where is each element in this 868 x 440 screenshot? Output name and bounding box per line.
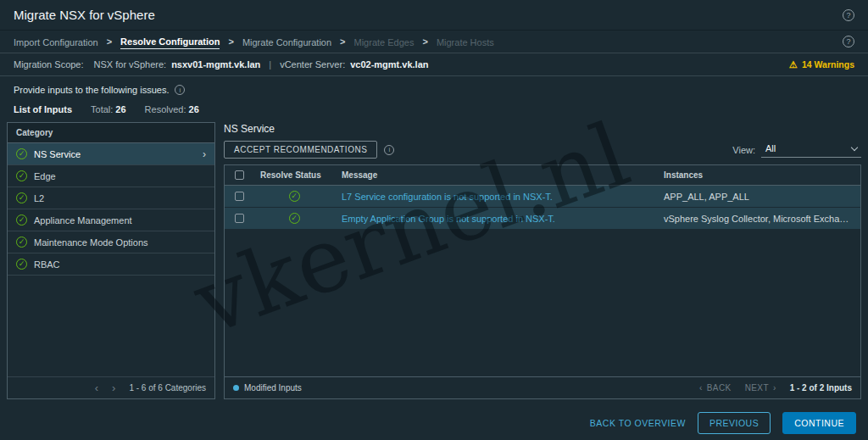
resolved-check-icon: ✓ (289, 191, 300, 202)
migrate-nsx-app: Migrate NSX for vSphere ? Import Configu… (0, 0, 868, 440)
category-row-edge[interactable]: ✓ Edge (8, 165, 214, 187)
pager-next-button[interactable]: NEXT › (745, 383, 776, 393)
row-checkbox[interactable] (235, 214, 244, 223)
issue-message-link[interactable]: Empty Application Group is not supported… (335, 214, 657, 224)
step-separator-icon: > (228, 36, 233, 47)
category-label: RBAC (34, 259, 60, 270)
column-message: Message (335, 170, 657, 180)
vcenter-label: vCenter Server: (280, 59, 345, 70)
row-checkbox[interactable] (235, 192, 244, 201)
category-row-ns-service[interactable]: ✓ NS Service › (8, 143, 214, 165)
continue-button[interactable]: CONTINUE (782, 412, 856, 434)
info-glyph: i (388, 146, 390, 153)
warning-icon: ⚠ (789, 59, 798, 70)
detail-title: NS Service (224, 123, 861, 135)
total-label: Total:26 (91, 104, 126, 114)
instructions-text: Provide inputs to the following issues. (14, 85, 169, 95)
nsx-label: NSX for vSphere: (94, 59, 167, 70)
chevron-right-icon: › (203, 148, 206, 160)
list-of-inputs-title: List of Inputs (14, 104, 72, 114)
resolved-check-icon: ✓ (16, 148, 27, 159)
wizard-steps: Import Configuration > Resolve Configura… (0, 31, 868, 53)
info-icon[interactable]: i (175, 85, 185, 95)
warnings-count: 14 Warnings (802, 59, 854, 70)
grid-footer: Modified Inputs ‹ BACK NEXT › 1 - 2 of 2… (225, 376, 860, 398)
chevron-down-icon (851, 143, 858, 150)
category-row-maintenance-mode-options[interactable]: ✓ Maintenance Mode Options (8, 231, 214, 253)
issue-message-link[interactable]: L7 Service configuration is not supporte… (335, 192, 657, 202)
view-label: View: (732, 145, 755, 155)
issue-instances: APP_ALL, APP_ALL (657, 192, 860, 202)
warnings-badge[interactable]: ⚠ 14 Warnings (789, 59, 854, 70)
issue-row[interactable]: ✓ L7 Service configuration is not suppor… (225, 186, 860, 208)
resolved-check-icon: ✓ (16, 237, 27, 248)
step-import-configuration[interactable]: Import Configuration (14, 35, 98, 49)
detail-toolbar: ACCEPT RECOMMENDATIONS i View: All (224, 141, 861, 159)
category-label: Edge (34, 171, 56, 181)
resolved-label: Resolved:26 (145, 104, 199, 114)
modified-inputs-label: Modified Inputs (244, 383, 302, 393)
scope-divider: | (269, 59, 271, 70)
help-icon[interactable]: ? (843, 9, 854, 21)
wizard-help-icon[interactable]: ? (843, 36, 854, 47)
modified-dot-icon (233, 385, 239, 391)
view-select[interactable]: All (761, 142, 861, 158)
issues-grid: Resolve Status Message Instances ✓ L7 Se… (224, 164, 861, 399)
instructions-row: Provide inputs to the following issues. … (0, 76, 868, 97)
column-resolve-status: Resolve Status (253, 170, 335, 180)
detail-panel: NS Service ACCEPT RECOMMENDATIONS i View… (224, 122, 861, 399)
step-resolve-configuration[interactable]: Resolve Configuration (120, 34, 220, 49)
chevron-right-icon: › (773, 383, 776, 393)
select-all-checkbox[interactable] (235, 170, 244, 180)
issue-row[interactable]: ✓ Empty Application Group is not support… (225, 208, 860, 230)
step-migrate-edges: Migrate Edges (354, 35, 415, 49)
pager-back-label: BACK (707, 383, 732, 393)
bottom-actions: BACK TO OVERVIEW PREVIOUS CONTINUE (0, 406, 868, 440)
view-filter: View: All (732, 142, 861, 158)
step-migrate-configuration[interactable]: Migrate Configuration (242, 35, 331, 49)
resolved-check-icon: ✓ (289, 213, 300, 224)
grid-pager: ‹ BACK NEXT › 1 - 2 of 2 Inputs (699, 383, 852, 393)
resolved-check-icon: ✓ (16, 192, 27, 203)
nsx-value: nsxv01-mgmt.vk.lan (171, 59, 260, 70)
category-row-appliance-management[interactable]: ✓ Appliance Management (8, 209, 214, 231)
step-separator-icon: > (422, 36, 427, 47)
categories-next-page-icon[interactable]: › (112, 382, 115, 394)
vcenter-value: vc02-mgmt.vk.lan (350, 59, 428, 70)
migration-scope-bar: Migration Scope: NSX for vSphere: nsxv01… (0, 53, 868, 76)
grid-header-row: Resolve Status Message Instances (225, 165, 860, 186)
column-instances: Instances (657, 170, 860, 180)
help-glyph: ? (846, 37, 850, 46)
page-title: Migrate NSX for vSphere (14, 8, 155, 22)
view-selected-value: All (765, 143, 776, 153)
title-bar: Migrate NSX for vSphere ? (0, 0, 868, 31)
categories-header: Category (8, 123, 214, 143)
resolved-check-icon: ✓ (16, 214, 27, 226)
migration-scope-label: Migration Scope: (14, 59, 84, 70)
info-glyph: i (180, 86, 181, 94)
back-to-overview-button[interactable]: BACK TO OVERVIEW (590, 418, 686, 428)
resolved-check-icon: ✓ (16, 259, 27, 270)
pager-next-label: NEXT (745, 383, 769, 393)
inputs-summary: List of Inputs Total:26 Resolved:26 (0, 97, 868, 120)
pager-back-button[interactable]: ‹ BACK (699, 383, 732, 393)
accept-recommendations-button[interactable]: ACCEPT RECOMMENDATIONS (224, 141, 377, 159)
category-row-l2[interactable]: ✓ L2 (8, 187, 214, 209)
accept-info-icon[interactable]: i (384, 145, 394, 155)
category-label: Maintenance Mode Options (34, 237, 148, 248)
categories-pagination: ‹ › 1 - 6 of 6 Categories (8, 376, 214, 398)
main-content: Category ✓ NS Service › ✓ Edge ✓ L2 ✓ Ap… (0, 120, 868, 406)
step-separator-icon: > (107, 36, 112, 47)
category-row-rbac[interactable]: ✓ RBAC (8, 253, 214, 276)
categories-page-range: 1 - 6 of 6 Categories (129, 383, 206, 393)
pager-range: 1 - 2 of 2 Inputs (790, 383, 852, 393)
resolved-check-icon: ✓ (16, 170, 27, 181)
chevron-left-icon: ‹ (699, 383, 703, 393)
previous-button[interactable]: PREVIOUS (698, 412, 771, 434)
categories-prev-page-icon[interactable]: ‹ (95, 382, 98, 394)
category-label: L2 (34, 193, 44, 203)
category-label: NS Service (34, 149, 81, 159)
issue-instances: vSphere Syslog Collector, Microsoft Exch… (657, 214, 860, 224)
resolved-label-text: Resolved: (145, 104, 186, 114)
resolved-value: 26 (189, 104, 199, 114)
